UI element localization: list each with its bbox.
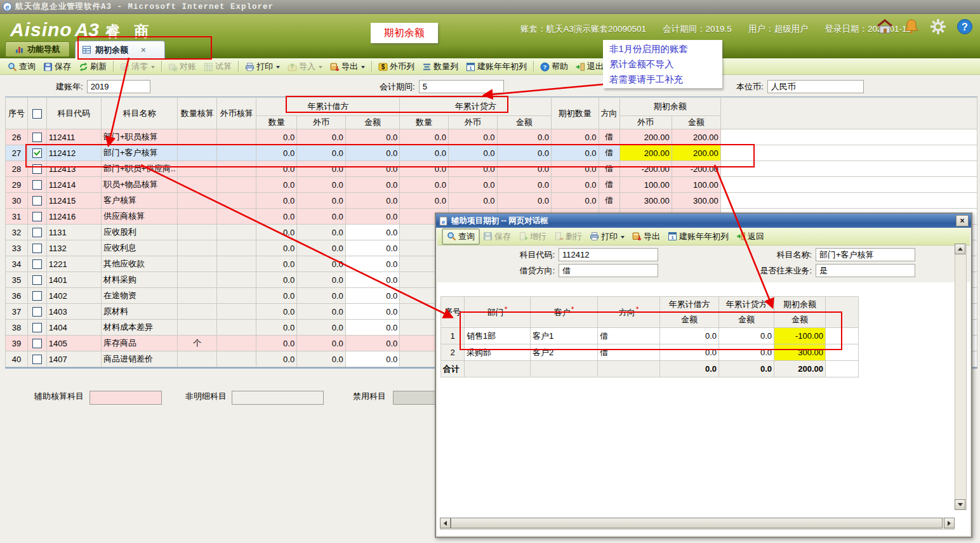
opening-fx-cell[interactable]: -200.00 [619, 161, 672, 177]
row-checkbox[interactable] [32, 148, 42, 158]
debit-credit-direction-input[interactable] [559, 264, 658, 277]
value-cell[interactable]: 0.0 [297, 193, 346, 209]
value-cell[interactable]: 0.0 [345, 288, 399, 304]
value-cell[interactable]: 0.0 [297, 304, 346, 320]
value-cell[interactable]: 0.0 [345, 304, 399, 320]
value-cell[interactable]: 0.0 [256, 177, 297, 193]
value-cell[interactable]: 0.0 [297, 145, 346, 161]
ytd-credit-cell[interactable]: 0.0 [719, 344, 774, 361]
add-row-button[interactable]: 增行 [515, 230, 550, 244]
value-cell[interactable]: 0.0 [297, 336, 346, 351]
value-cell[interactable]: 0.0 [497, 177, 551, 193]
value-cell[interactable]: 0.0 [297, 225, 346, 240]
print-button[interactable]: 打印 [241, 60, 284, 74]
value-cell[interactable]: 0.0 [552, 145, 599, 161]
save-button[interactable]: 保存 [479, 230, 515, 244]
row-checkbox[interactable] [32, 133, 42, 142]
initial-year-column-button[interactable]: 1建账年年初列 [462, 60, 531, 74]
value-cell[interactable]: 0.0 [448, 145, 497, 161]
direction-cell[interactable]: 借 [599, 193, 619, 209]
table-row[interactable]: 30112415客户核算0.00.00.00.00.00.00.0借300.00… [6, 193, 977, 209]
value-cell[interactable]: 0.0 [297, 209, 346, 225]
value-cell[interactable]: 0.0 [256, 288, 297, 304]
value-cell[interactable]: 0.0 [256, 161, 297, 177]
opening-amount-cell[interactable]: 100.00 [672, 177, 720, 193]
value-cell[interactable]: 0.0 [345, 145, 399, 161]
opening-amount-cell[interactable]: 300.00 [774, 344, 826, 361]
value-cell[interactable]: 0.0 [497, 145, 551, 161]
department-cell[interactable]: 采购部 [465, 344, 531, 361]
value-cell[interactable]: 0.0 [448, 177, 497, 193]
value-cell[interactable]: 0.0 [345, 209, 399, 225]
value-cell[interactable]: 0.0 [256, 320, 297, 336]
customer-cell[interactable]: 客户2 [531, 344, 598, 361]
bell-icon[interactable] [903, 18, 920, 36]
value-cell[interactable]: 0.0 [345, 129, 399, 145]
period-input[interactable] [419, 80, 504, 93]
customer-cell[interactable]: 客户1 [531, 328, 598, 344]
current-business-input[interactable] [816, 264, 915, 277]
subject-name-input[interactable] [816, 248, 915, 261]
value-cell[interactable]: 0.0 [448, 129, 497, 145]
direction-cell[interactable]: 借 [598, 328, 660, 344]
gear-icon[interactable] [929, 18, 947, 36]
opening-fx-cell[interactable]: 300.00 [619, 193, 672, 209]
dialog-close-icon[interactable]: × [956, 215, 969, 226]
value-cell[interactable]: 0.0 [400, 193, 449, 209]
reconcile-button[interactable]: 对账 [164, 60, 200, 74]
value-cell[interactable]: 0.0 [297, 256, 346, 272]
value-cell[interactable]: 0.0 [345, 225, 399, 240]
value-cell[interactable]: 0.0 [297, 320, 346, 336]
opening-amount-cell[interactable]: -200.00 [672, 161, 720, 177]
value-cell[interactable]: 0.0 [256, 336, 297, 351]
row-checkbox[interactable] [32, 244, 42, 253]
value-cell[interactable]: 0.0 [448, 161, 497, 177]
value-cell[interactable]: 0.0 [345, 272, 399, 288]
value-cell[interactable]: 0.0 [345, 161, 399, 177]
subject-code-input[interactable] [559, 248, 658, 261]
export-button[interactable]: 导出 [628, 230, 664, 244]
direction-cell[interactable]: 借 [599, 161, 619, 177]
row-checkbox[interactable] [32, 228, 42, 237]
value-cell[interactable]: 0.0 [256, 304, 297, 320]
search-button[interactable]: 查询 [4, 60, 39, 74]
print-button[interactable]: 打印 [586, 230, 628, 244]
value-cell[interactable]: 0.0 [297, 288, 346, 304]
ytd-debit-cell[interactable]: 0.0 [660, 344, 719, 361]
table-row[interactable]: 29112414职员+物品核算0.00.00.00.00.00.00.0借100… [6, 177, 977, 193]
table-row[interactable]: 26112411部门+职员核算0.00.00.00.00.00.00.0借200… [6, 129, 977, 145]
value-cell[interactable]: 0.0 [345, 320, 399, 336]
value-cell[interactable]: 0.0 [297, 351, 346, 367]
row-checkbox[interactable] [32, 291, 42, 301]
initial-year-column-button[interactable]: 1建账年年初列 [664, 230, 732, 244]
direction-cell[interactable]: 借 [599, 145, 619, 161]
department-cell[interactable]: 销售1部 [465, 328, 531, 344]
value-cell[interactable]: 0.0 [552, 193, 599, 209]
value-cell[interactable]: 0.0 [297, 129, 346, 145]
value-cell[interactable]: 0.0 [345, 193, 399, 209]
ledger-year-input[interactable] [87, 80, 150, 93]
value-cell[interactable]: 0.0 [345, 336, 399, 351]
opening-fx-cell[interactable]: 200.00 [619, 145, 672, 161]
opening-fx-cell[interactable]: 200.00 [619, 129, 672, 145]
value-cell[interactable]: 0.0 [256, 225, 297, 240]
value-cell[interactable]: 0.0 [400, 161, 449, 177]
row-checkbox[interactable] [32, 180, 42, 190]
search-button[interactable]: 查询 [442, 229, 479, 244]
currency-column-button[interactable]: $外币列 [374, 60, 418, 74]
export-button[interactable]: 导出 [326, 60, 369, 74]
help-button[interactable]: ?帮助 [536, 60, 572, 74]
refresh-button[interactable]: 刷新 [75, 60, 110, 74]
clear-zero-button[interactable]: @清零 [116, 60, 159, 74]
help-circle-icon[interactable]: ? [956, 18, 974, 36]
table-row[interactable]: 28112413部门+职员+供应商..0.00.00.00.00.00.00.0… [6, 161, 977, 177]
tab-opening-balance[interactable]: 期初余额 × [75, 41, 165, 58]
value-cell[interactable]: 0.0 [297, 161, 346, 177]
row-checkbox[interactable] [32, 212, 42, 221]
ytd-debit-cell[interactable]: 0.0 [660, 328, 719, 344]
exit-button[interactable]: 退出 [572, 60, 607, 74]
dialog-table-row[interactable]: 1销售1部客户1借0.00.0-100.00 [441, 328, 859, 344]
value-cell[interactable]: 0.0 [552, 161, 599, 177]
home-icon[interactable] [876, 18, 894, 36]
save-button[interactable]: 保存 [39, 60, 75, 74]
